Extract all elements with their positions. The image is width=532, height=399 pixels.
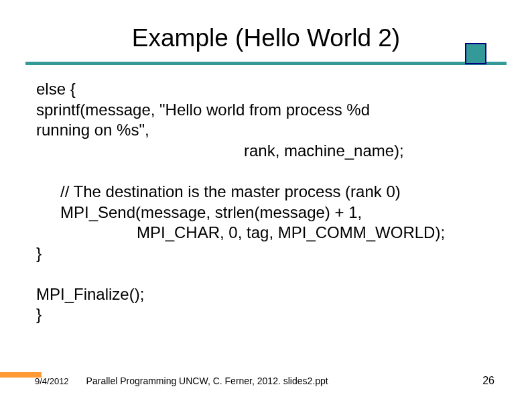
slide: Example (Hello World 2) else { sprintf(m… bbox=[0, 0, 532, 399]
code-line: } bbox=[36, 304, 500, 325]
code-line: running on %s", bbox=[36, 120, 500, 141]
code-line: } bbox=[36, 243, 500, 264]
code-content: else { sprintf(message, "Hello world fro… bbox=[32, 79, 500, 325]
blank-line bbox=[36, 264, 500, 284]
code-line: else { bbox=[36, 79, 500, 100]
code-line: MPI_CHAR, 0, tag, MPI_COMM_WORLD); bbox=[36, 223, 500, 243]
footer-text: Parallel Programming UNCW, C. Ferner, 20… bbox=[86, 376, 483, 386]
title-decoration bbox=[32, 60, 500, 67]
code-line: rank, machine_name); bbox=[36, 141, 500, 162]
footer: 9/4/2012 Parallel Programming UNCW, C. F… bbox=[32, 375, 500, 387]
slide-title: Example (Hello World 2) bbox=[32, 24, 500, 52]
code-line: MPI_Finalize(); bbox=[36, 284, 500, 305]
title-underline bbox=[25, 62, 507, 65]
code-line: MPI_Send(message, strlen(message) + 1, bbox=[36, 203, 500, 223]
title-square-icon bbox=[465, 43, 486, 64]
footer-page-number: 26 bbox=[482, 375, 494, 387]
code-line: sprintf(message, "Hello world from proce… bbox=[36, 100, 500, 121]
blank-line bbox=[36, 162, 500, 182]
footer-date: 9/4/2012 bbox=[35, 376, 69, 386]
code-line: // The destination is the master process… bbox=[36, 182, 500, 203]
